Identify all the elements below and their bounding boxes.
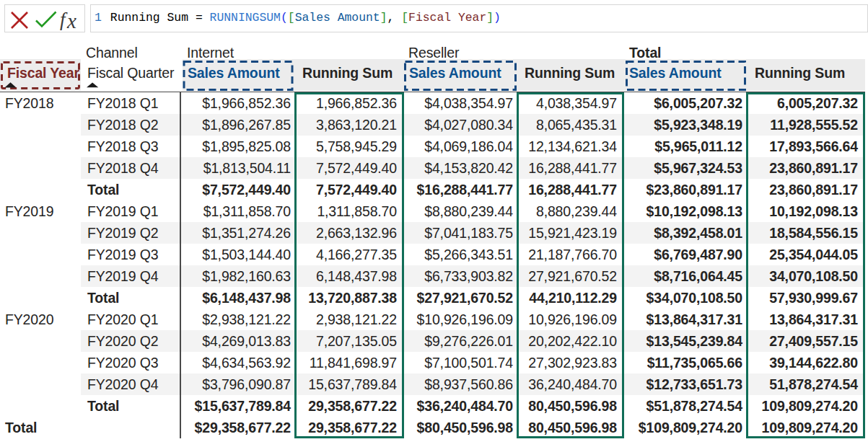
- svg-text:x: x: [66, 9, 76, 32]
